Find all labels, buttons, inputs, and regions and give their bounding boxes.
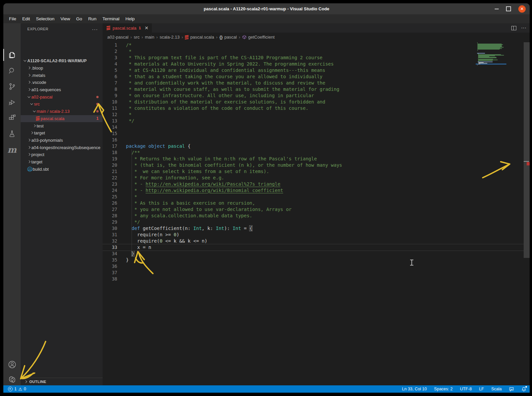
line-number: 24 (103, 188, 117, 193)
code-line-28[interactable]: 28 * any scala.collection.mutable data t… (103, 212, 530, 219)
problems-status[interactable]: 1 ⚠ 0 (8, 387, 26, 391)
code-line-36[interactable]: 36 (103, 263, 530, 269)
settings-gear-icon[interactable] (3, 372, 21, 387)
code-line-26[interactable]: 26 * As this is a basic exercise on recu… (103, 200, 530, 206)
code-line-35[interactable]: 35} (103, 257, 530, 263)
code-line-15[interactable]: 15 (103, 130, 530, 136)
code-line-22[interactable]: 22 * For more information, see e.g. (103, 174, 530, 181)
notifications-bell-icon[interactable] (521, 387, 526, 392)
menu-item-go[interactable]: Go (73, 16, 85, 21)
tree-item-.bloop[interactable]: .bloop (21, 65, 103, 72)
tree-item-a1120-scala2-r01-warmup[interactable]: A1120-SCALA2-R01-WARMUP (21, 57, 103, 65)
code-line-34[interactable]: 34 } (103, 250, 530, 257)
code-line-13[interactable]: 13 */ (103, 117, 530, 124)
testing-icon[interactable] (3, 126, 21, 141)
menu-item-help[interactable]: Help (122, 16, 138, 21)
code-line-10[interactable]: 10 * distribution of the material or exe… (103, 99, 530, 105)
menu-item-view[interactable]: View (58, 16, 73, 21)
code-line-16[interactable]: 16 (103, 136, 530, 143)
code-line-17[interactable]: 17package object pascal { (103, 143, 530, 149)
line-number: 6 (103, 74, 117, 79)
outline-section[interactable]: OUTLINE (21, 378, 103, 385)
explorer-icon[interactable] (3, 48, 21, 62)
breadcrumb-item-main[interactable]: main (145, 35, 154, 40)
code-line-1[interactable]: 1/* (103, 42, 530, 48)
code-line-29[interactable]: 29 */ (103, 219, 530, 225)
menu-item-selection[interactable]: Selection (33, 16, 58, 21)
menu-item-run[interactable]: Run (85, 16, 100, 21)
code-line-12[interactable]: 12 * (103, 111, 530, 117)
code-line-27[interactable]: 27 * you are not allowed to use var-decl… (103, 206, 530, 212)
tree-item-main-scala-2.13[interactable]: main / scala-2.13 (21, 108, 103, 115)
code-line-18[interactable]: 18 /** (103, 149, 530, 155)
indentation-status[interactable]: Spaces: 2 (434, 387, 453, 391)
tab-close-icon[interactable]: ✕ (145, 25, 149, 31)
tree-item-build.sbt[interactable]: build.sbt (21, 165, 103, 173)
split-editor-icon[interactable] (511, 26, 516, 30)
tree-item-.metals[interactable]: .metals (21, 72, 103, 79)
explorer-more-actions-icon[interactable]: ··· (92, 26, 98, 32)
maximize-icon[interactable] (506, 6, 511, 11)
tree-item-a04-longestincreasingsubsequence[interactable]: a04-longestIncreasingSubsequence (21, 144, 103, 151)
code-line-5[interactable]: 5 * at CS-A1120 are individual and confi… (103, 67, 530, 73)
tab-pascal-scala[interactable]: pascal.scala 1 ✕ (103, 23, 152, 33)
menu-item-terminal[interactable]: Terminal (99, 16, 122, 21)
code-line-31[interactable]: 31 require(n >= 0) (103, 231, 530, 238)
breadcrumb-item-src[interactable]: src (134, 35, 140, 40)
extensions-icon[interactable] (3, 110, 21, 125)
tree-item-target[interactable]: target (21, 158, 103, 166)
tree-item-a03-polynomials[interactable]: a03-polynomials (21, 137, 103, 144)
tree-item-src[interactable]: src (21, 100, 103, 108)
code-line-7[interactable]: 7 * and confidentially work with the mat… (103, 80, 530, 86)
tree-item-a01-sequences[interactable]: a01-sequences (21, 86, 103, 94)
code-line-37[interactable]: 37 (103, 269, 530, 276)
vertical-scrollbar[interactable] (524, 42, 530, 258)
code-line-2[interactable]: 2 * (103, 48, 530, 54)
tree-item-.vscode[interactable]: .vscode (21, 79, 103, 86)
code-line-23[interactable]: 23 * - http://en.wikipedia.org/wiki/Pasc… (103, 181, 530, 187)
metals-icon[interactable]: m (3, 142, 21, 157)
run-and-debug-icon[interactable] (3, 95, 21, 109)
breadcrumb-item-scala-2.13[interactable]: scala-2.13 (160, 35, 180, 40)
code-line-38[interactable]: 38 (103, 276, 530, 282)
breadcrumb-item-pascal[interactable]: {}pascal (220, 35, 237, 40)
code-line-25[interactable]: 25 * (103, 193, 530, 200)
code-line-20[interactable]: 20 * (that is, the binomial coefficient … (103, 162, 530, 168)
breadcrumb-item-a02-pascal[interactable]: a02-pascal (107, 35, 129, 40)
code-line-30[interactable]: 30 def getCoefficient(n: Int, k: Int): I… (103, 225, 530, 231)
code-line-11[interactable]: 11 * constitutes a violation of the code… (103, 105, 530, 111)
accounts-icon[interactable] (3, 357, 21, 372)
code-line-6[interactable]: 6 * that as a student taking the course … (103, 73, 530, 80)
code-area[interactable]: 1/*2 *3 * This program text file is part… (103, 42, 530, 385)
minimize-icon[interactable] (495, 9, 499, 9)
tree-item-a02-pascal[interactable]: a02-pascal (21, 93, 103, 100)
menu-item-file[interactable]: File (6, 16, 19, 21)
code-line-9[interactable]: 9 * on course infrastructure. All other … (103, 92, 530, 99)
encoding-status[interactable]: UTF-8 (460, 387, 472, 391)
language-mode-status[interactable]: Scala (491, 387, 502, 391)
tree-item-target[interactable]: target (21, 129, 103, 137)
source-control-icon[interactable] (3, 79, 21, 94)
cursor-position-status[interactable]: Ln 33, Col 10 (402, 387, 427, 391)
code-line-8[interactable]: 8 * material with course staff, as well … (103, 86, 530, 92)
breadcrumb-item-getcoefficient[interactable]: getCoefficient (242, 35, 274, 40)
tree-item-pascal.scala[interactable]: pascal.scala1 (21, 115, 103, 122)
code-line-33[interactable]: 33 x = n (103, 244, 530, 250)
code-line-21[interactable]: 21 * we can select k items from a set of… (103, 168, 530, 174)
close-icon[interactable]: ✕ (518, 5, 526, 13)
tree-item-project[interactable]: project (21, 151, 103, 158)
code-line-4[interactable]: 4 * materials at Aalto University in Spr… (103, 61, 530, 67)
feedback-smiley-icon[interactable] (509, 387, 514, 392)
search-icon[interactable] (3, 64, 21, 78)
code-line-14[interactable]: 14 (103, 124, 530, 130)
editor-more-actions-icon[interactable]: ··· (521, 25, 526, 31)
code-line-32[interactable]: 32 require(0 <= k && k <= n) (103, 238, 530, 244)
code-line-19[interactable]: 19 * Returns the k:th value in the n:th … (103, 155, 530, 162)
eol-status[interactable]: LF (479, 387, 484, 391)
tree-item-test[interactable]: test (21, 122, 103, 129)
code-line-24[interactable]: 24 * - http://en.wikipedia.org/wiki/Bino… (103, 187, 530, 193)
code-line-3[interactable]: 3 * This program text file is part of th… (103, 54, 530, 61)
menu-item-edit[interactable]: Edit (19, 16, 33, 21)
tree-item-label: test (37, 123, 44, 128)
breadcrumb-item-pascal.scala[interactable]: pascal.scala (185, 35, 214, 40)
